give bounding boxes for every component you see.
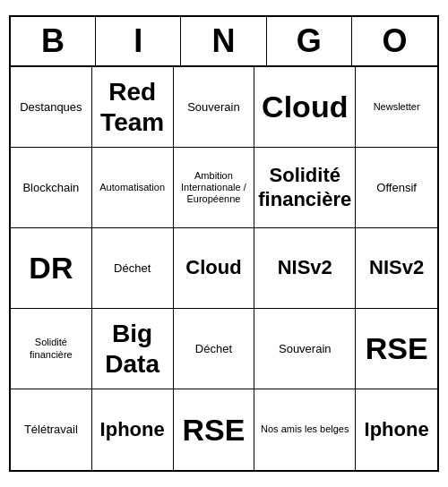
bingo-cell-2: Souverain — [174, 67, 255, 148]
cell-text-19: RSE — [366, 330, 428, 367]
cell-text-4: Newsletter — [374, 101, 420, 113]
cell-text-12: Cloud — [185, 256, 241, 279]
bingo-letter-n: N — [181, 17, 266, 65]
cell-text-5: Blockchain — [22, 181, 79, 195]
cell-text-15: Solidité financière — [14, 337, 88, 360]
bingo-letter-i: I — [96, 17, 181, 65]
bingo-cell-12: Cloud — [174, 228, 255, 309]
cell-text-10: DR — [29, 250, 73, 286]
cell-text-0: Destanques — [20, 100, 82, 115]
bingo-cell-23: Nos amis les belges — [254, 389, 356, 470]
bingo-letter-o: O — [352, 17, 437, 65]
bingo-cell-17: Déchet — [174, 309, 255, 389]
bingo-cell-8: Solidité financière — [254, 148, 356, 228]
cell-text-20: Télétravail — [24, 423, 78, 437]
cell-text-21: Iphone — [100, 418, 165, 441]
bingo-cell-3: Cloud — [254, 67, 356, 148]
bingo-cell-11: Déchet — [92, 228, 174, 309]
bingo-cell-19: RSE — [356, 309, 437, 389]
bingo-cell-4: Newsletter — [356, 67, 437, 148]
bingo-cell-5: Blockchain — [11, 148, 92, 228]
bingo-cell-24: Iphone — [356, 389, 437, 470]
bingo-cell-16: Big Data — [92, 309, 174, 389]
cell-text-22: RSE — [182, 412, 245, 449]
bingo-cell-13: NISv2 — [254, 228, 356, 309]
cell-text-6: Automatisation — [99, 182, 165, 193]
bingo-card: BINGO DestanquesRed TeamSouverainCloudNe… — [9, 15, 439, 472]
cell-text-13: NISv2 — [278, 256, 332, 279]
cell-text-17: Déchet — [195, 342, 232, 356]
cell-text-7: Ambition Internationale / Européenne — [177, 170, 251, 206]
bingo-cell-1: Red Team — [92, 67, 174, 148]
bingo-cell-15: Solidité financière — [11, 309, 92, 389]
cell-text-2: Souverain — [187, 100, 240, 115]
bingo-cell-14: NISv2 — [356, 228, 437, 309]
cell-text-16: Big Data — [96, 319, 169, 379]
bingo-cell-9: Offensif — [356, 148, 437, 228]
bingo-cell-10: DR — [11, 228, 92, 309]
cell-text-24: Iphone — [365, 418, 429, 441]
cell-text-23: Nos amis les belges — [261, 423, 349, 435]
bingo-letter-g: G — [267, 17, 352, 65]
bingo-cell-6: Automatisation — [92, 148, 174, 228]
cell-text-9: Offensif — [376, 181, 417, 195]
cell-text-1: Red Team — [96, 77, 169, 137]
bingo-cell-20: Télétravail — [11, 389, 92, 470]
cell-text-8: Solidité financière — [258, 164, 351, 211]
bingo-grid: DestanquesRed TeamSouverainCloudNewslett… — [11, 67, 437, 470]
bingo-cell-21: Iphone — [92, 389, 174, 470]
cell-text-11: Déchet — [114, 261, 151, 276]
cell-text-3: Cloud — [262, 89, 348, 125]
bingo-cell-18: Souverain — [254, 309, 356, 389]
cell-text-14: NISv2 — [369, 256, 424, 279]
bingo-header: BINGO — [11, 17, 437, 67]
bingo-cell-22: RSE — [174, 389, 255, 470]
bingo-cell-0: Destanques — [11, 67, 92, 148]
cell-text-18: Souverain — [279, 342, 332, 356]
bingo-letter-b: B — [11, 17, 96, 65]
bingo-cell-7: Ambition Internationale / Européenne — [174, 148, 255, 228]
